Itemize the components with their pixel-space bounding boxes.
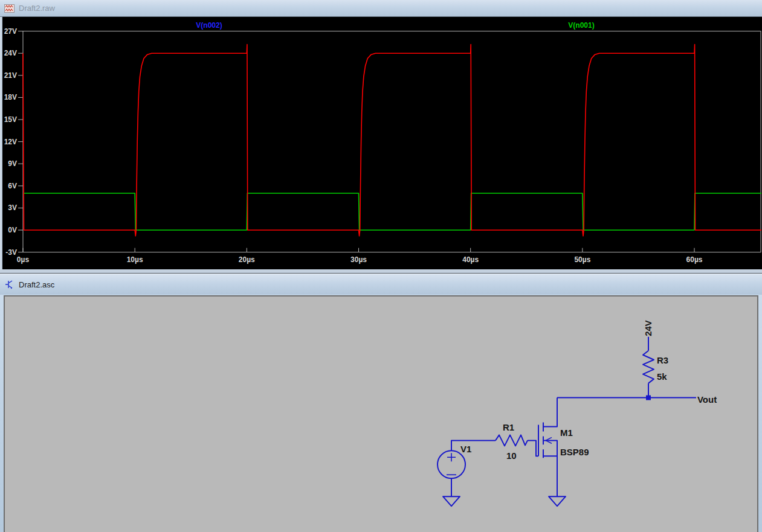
x-tick-label: 50µs [574, 255, 590, 264]
x-tick-label: 40µs [462, 255, 479, 264]
resistor-r1-symbol[interactable] [496, 435, 528, 446]
y-tick-label: 21V [4, 71, 17, 80]
x-tick-label: 60µs [686, 255, 703, 264]
schematic-label-Vout[interactable]: Vout [697, 394, 717, 405]
schematic-label-R1[interactable]: R1 [503, 422, 514, 432]
ground-m1-icon[interactable] [549, 496, 566, 506]
waveform-plot[interactable]: 27V24V21V18V15V12V9V6V3V0V-3V0µs10µs20µs… [2, 17, 762, 269]
y-tick-label: 6V [8, 182, 17, 190]
y-tick-label: 12V [4, 138, 17, 146]
wire-v1-top[interactable] [451, 440, 496, 450]
schematic-file-icon [4, 280, 15, 289]
y-tick-label: 3V [8, 204, 17, 212]
schematic-titlebar[interactable]: Draft2.asc [0, 274, 762, 295]
schematic-title: Draft2.asc [19, 280, 54, 289]
waveform-window: Draft2.raw 27V24V21V18V15V12V9V6V3V0V-3V… [0, 0, 762, 273]
legend-V(n001)[interactable]: V(n001) [568, 21, 594, 30]
y-tick-label: 15V [4, 115, 17, 124]
trace-V(n001) [23, 193, 761, 230]
schematic-label-V1[interactable]: V1 [460, 444, 471, 454]
y-tick-label: 9V [8, 159, 17, 168]
ltspice-screen: Draft2.raw 27V24V21V18V15V12V9V6V3V0V-3V… [0, 0, 762, 532]
schematic-canvas[interactable]: 24VR35kVoutM1BSP89R110V1 [4, 295, 758, 532]
schematic-labels: 24VR35kVoutM1BSP89R110V1 [460, 320, 717, 461]
v1-plus-icon [447, 453, 456, 461]
schematic-label-R3[interactable]: R3 [657, 355, 668, 365]
schematic-drawing: 24VR35kVoutM1BSP89R110V1 [5, 296, 757, 532]
y-tick-label: 0V [8, 226, 17, 234]
y-tick-label: -3V [5, 248, 17, 257]
ground-v1-icon[interactable] [443, 496, 460, 506]
y-tick-label: 18V [4, 93, 17, 101]
legend-V(n002)[interactable]: V(n002) [196, 21, 222, 30]
resistor-r3-symbol[interactable] [643, 351, 654, 383]
waveform-file-icon [4, 4, 15, 13]
trace-V(n002) [23, 45, 761, 236]
schematic-label-BSP89[interactable]: BSP89 [560, 447, 589, 457]
schematic-label-10[interactable]: 10 [506, 450, 517, 461]
schematic-label-M1[interactable]: M1 [560, 428, 573, 438]
y-tick-label: 27V [4, 27, 17, 36]
x-tick-label: 20µs [239, 255, 255, 264]
mosfet-drain-stub[interactable] [543, 398, 557, 427]
mosfet-source-stub[interactable] [543, 456, 557, 496]
wire-gate-lead[interactable] [528, 440, 538, 456]
schematic-window: Draft2.asc [0, 273, 762, 532]
plot-box [23, 31, 761, 252]
junction-dot [646, 396, 651, 400]
x-tick-label: 10µs [127, 255, 143, 264]
schematic-label-5k[interactable]: 5k [657, 371, 667, 382]
schematic-label-24V[interactable]: 24V [643, 320, 653, 336]
waveform-title: Draft2.raw [19, 4, 55, 13]
x-tick-label: 30µs [350, 255, 367, 264]
waveform-titlebar[interactable]: Draft2.raw [0, 0, 762, 17]
x-tick-label: 0µs [17, 255, 30, 264]
y-tick-label: 24V [4, 49, 17, 57]
